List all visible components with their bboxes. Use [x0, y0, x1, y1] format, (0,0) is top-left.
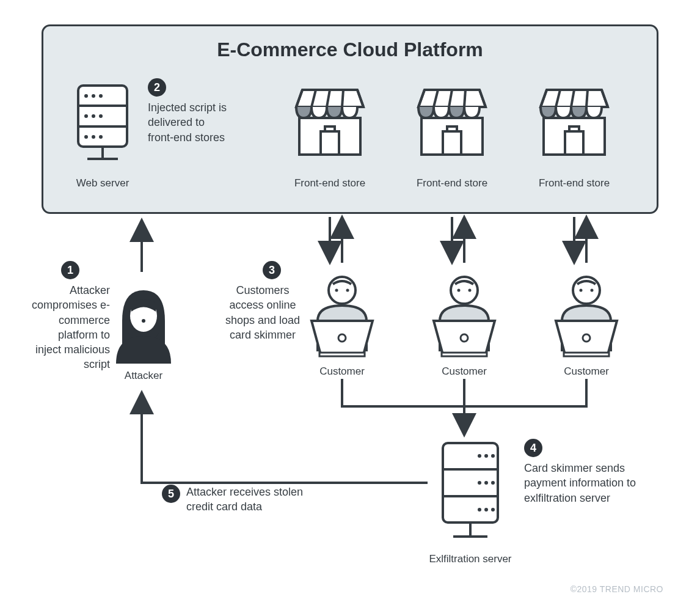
- step-3-text: Customers access online shops and load c…: [220, 283, 305, 342]
- svg-point-61: [478, 481, 481, 485]
- svg-point-52: [591, 289, 594, 292]
- svg-rect-29: [447, 127, 457, 131]
- customer-2-label: Customer: [425, 365, 504, 378]
- svg-point-6: [84, 114, 88, 118]
- exfil-server-label: Exlfiltration server: [415, 553, 525, 565]
- store-3-label: Front-end store: [531, 177, 617, 189]
- svg-rect-36: [565, 131, 583, 155]
- svg-point-66: [491, 508, 495, 512]
- svg-point-63: [491, 481, 495, 485]
- svg-point-11: [99, 135, 103, 139]
- step-4: 4: [524, 439, 542, 457]
- step-4-text: Card skimmer sends payment information t…: [524, 461, 643, 505]
- svg-rect-28: [443, 131, 461, 155]
- customer-1-icon: [302, 272, 382, 364]
- svg-rect-54: [564, 353, 609, 356]
- svg-point-10: [92, 135, 95, 139]
- customer-2-icon: [425, 272, 504, 364]
- svg-line-17: [342, 90, 343, 107]
- svg-rect-20: [321, 131, 339, 155]
- svg-point-5: [99, 94, 103, 98]
- step-3-badge: 3: [263, 261, 281, 279]
- svg-point-4: [92, 94, 95, 98]
- step-4-badge: 4: [524, 439, 542, 457]
- store-1-icon: [287, 82, 373, 168]
- customer-1-label: Customer: [302, 365, 382, 378]
- svg-point-8: [99, 114, 103, 118]
- step-5: 5: [162, 485, 180, 503]
- svg-point-46: [458, 289, 461, 292]
- web-server-icon: [66, 82, 139, 174]
- step-5-text: Attacker receives stolen credit card dat…: [186, 485, 333, 515]
- step-3: 3: [263, 261, 281, 279]
- attacker-label: Attacker: [110, 370, 177, 382]
- svg-point-41: [335, 289, 338, 292]
- svg-point-3: [84, 94, 88, 98]
- attacker-icon: [110, 272, 177, 370]
- svg-rect-21: [325, 127, 335, 131]
- svg-point-64: [478, 508, 481, 512]
- step-1-text: Attacker compromises e-commerce platform…: [31, 283, 110, 372]
- svg-rect-37: [569, 127, 579, 131]
- store-1-label: Front-end store: [287, 177, 373, 189]
- svg-point-51: [580, 289, 583, 292]
- customer-3-icon: [547, 272, 626, 364]
- step-2: 2: [148, 78, 166, 97]
- svg-line-33: [586, 90, 588, 107]
- web-server-label: Web server: [66, 177, 139, 189]
- svg-point-58: [478, 454, 481, 458]
- svg-rect-44: [319, 353, 365, 356]
- svg-point-62: [484, 481, 488, 485]
- store-3-icon: [531, 82, 617, 168]
- store-2-icon: [409, 82, 495, 168]
- step-5-badge: 5: [162, 485, 180, 503]
- step-2-text: Injected script is delivered to front-en…: [148, 100, 227, 145]
- exfil-server-icon: [428, 440, 513, 550]
- step-2-badge: 2: [148, 78, 166, 97]
- store-2-label: Front-end store: [409, 177, 495, 189]
- svg-point-42: [346, 289, 349, 292]
- svg-point-60: [491, 454, 495, 458]
- svg-rect-49: [442, 353, 487, 356]
- svg-point-7: [92, 114, 95, 118]
- svg-point-47: [468, 289, 472, 292]
- svg-point-65: [484, 508, 488, 512]
- step-1-badge: 1: [61, 261, 79, 279]
- svg-point-59: [484, 454, 488, 458]
- svg-rect-55: [443, 443, 498, 522]
- platform-title: E-Commerce Cloud Platform: [43, 38, 657, 61]
- svg-point-39: [142, 319, 145, 323]
- svg-line-25: [464, 90, 465, 107]
- customer-3-label: Customer: [547, 365, 626, 378]
- step-1: 1: [61, 261, 79, 279]
- copyright-text: ©2019 TREND MICRO: [571, 584, 663, 594]
- svg-point-9: [84, 135, 88, 139]
